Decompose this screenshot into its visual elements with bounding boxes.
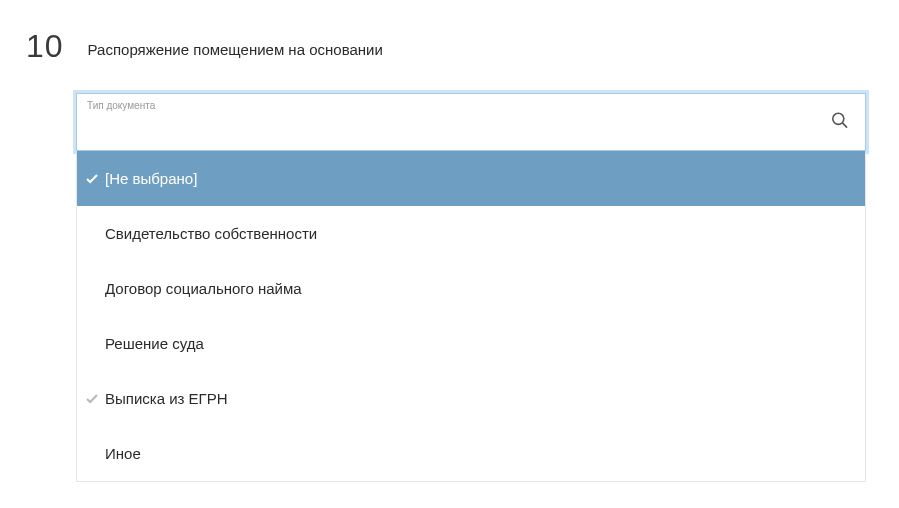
option-label: Иное (105, 445, 141, 462)
document-type-combobox[interactable]: Тип документа (76, 93, 866, 151)
option-social-rent-contract[interactable]: Договор социального найма (77, 261, 865, 316)
option-not-selected[interactable]: [Не выбрано] (77, 151, 865, 206)
section-header: 10 Распоряжение помещением на основании (0, 0, 899, 65)
option-label: Выписка из ЕГРН (105, 390, 228, 407)
option-court-decision[interactable]: Решение суда (77, 316, 865, 371)
document-type-label: Тип документа (87, 100, 155, 111)
option-label: [Не выбрано] (105, 170, 197, 187)
option-label: Решение суда (105, 335, 204, 352)
svg-line-1 (843, 123, 847, 127)
section-title: Распоряжение помещением на основании (88, 35, 383, 58)
section-number: 10 (26, 28, 64, 65)
check-icon (86, 394, 98, 404)
option-ownership-certificate[interactable]: Свидетельство собственности (77, 206, 865, 261)
search-icon[interactable] (830, 111, 849, 134)
document-type-input[interactable] (77, 125, 815, 150)
option-label: Договор социального найма (105, 280, 302, 297)
document-type-field: Тип документа [Не выбрано] Свидетельство… (76, 93, 866, 482)
option-other[interactable]: Иное (77, 426, 865, 481)
option-label: Свидетельство собственности (105, 225, 317, 242)
option-egrn-extract[interactable]: Выписка из ЕГРН (77, 371, 865, 426)
document-type-dropdown: [Не выбрано] Свидетельство собственности… (76, 151, 866, 482)
check-icon (86, 174, 98, 184)
